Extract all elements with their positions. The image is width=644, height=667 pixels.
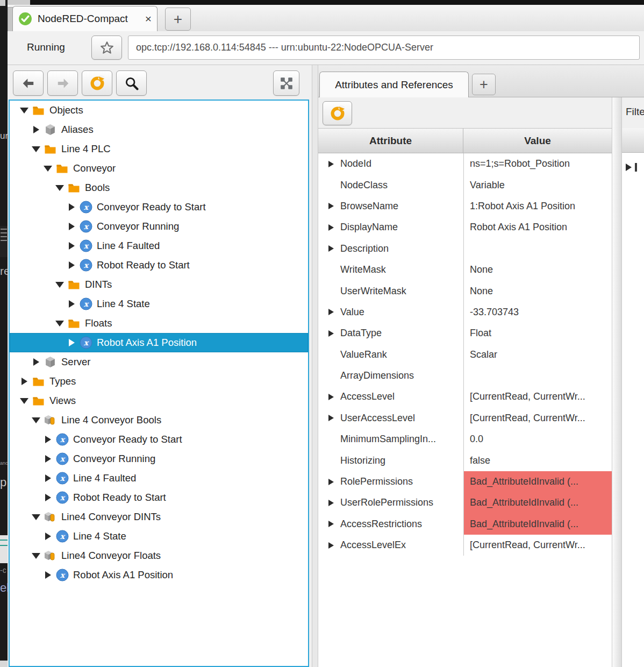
expander-right-icon[interactable] bbox=[29, 126, 43, 133]
attribute-row[interactable]: Historizingfalse bbox=[318, 450, 612, 471]
expander-right-icon[interactable] bbox=[17, 378, 31, 385]
expander-down-icon[interactable] bbox=[17, 108, 31, 113]
bookmark-button[interactable] bbox=[91, 36, 122, 60]
attribute-row[interactable]: AccessLevel[CurrentRead, CurrentWr... bbox=[318, 386, 612, 407]
expander-right-icon[interactable] bbox=[65, 261, 78, 269]
expander-right-icon[interactable] bbox=[29, 358, 43, 366]
expander-down-icon[interactable] bbox=[17, 398, 31, 404]
pane-splitter[interactable] bbox=[312, 65, 318, 667]
expander-down-icon[interactable] bbox=[53, 185, 67, 191]
tree-item[interactable]: Conveyor bbox=[10, 159, 308, 178]
tree-item[interactable]: Line 4 Conveyor Bools bbox=[10, 410, 308, 430]
tree-item[interactable]: xRobot Axis A1 Position bbox=[10, 333, 308, 352]
column-header-attribute[interactable]: Attribute bbox=[318, 129, 463, 153]
expander-right-icon[interactable] bbox=[65, 339, 78, 346]
expander-down-icon[interactable] bbox=[53, 282, 67, 288]
tree-item[interactable]: Line 4 PLC bbox=[10, 139, 308, 159]
expander-right-icon[interactable] bbox=[325, 521, 338, 527]
expander-right-icon[interactable] bbox=[325, 479, 338, 485]
attribute-row[interactable]: DataTypeFloat bbox=[318, 323, 612, 344]
column-header-value[interactable]: Value bbox=[463, 129, 612, 153]
expander-right-icon[interactable] bbox=[41, 494, 55, 501]
expander-down-icon[interactable] bbox=[29, 553, 43, 559]
attribute-row[interactable]: NodeIdns=1;s=Robot_Position bbox=[318, 153, 612, 174]
attribute-row[interactable]: AccessLevelEx[CurrentRead, CurrentWr... bbox=[318, 535, 612, 556]
attribute-row[interactable]: BrowseName1:Robot Axis A1 Position bbox=[318, 196, 612, 217]
expander-right-icon[interactable] bbox=[325, 309, 338, 315]
attribute-row[interactable]: WriteMaskNone bbox=[318, 259, 612, 280]
attribute-row[interactable]: NodeClassVariable bbox=[318, 174, 612, 195]
tree-item[interactable]: xLine 4 State bbox=[10, 294, 308, 314]
expander-right-icon[interactable] bbox=[65, 203, 78, 211]
expander-right-icon[interactable] bbox=[325, 203, 338, 209]
expander-right-icon[interactable] bbox=[325, 330, 338, 337]
expander-right-icon[interactable] bbox=[65, 223, 78, 230]
tree-item[interactable]: Objects bbox=[10, 101, 308, 120]
tree-item[interactable]: xConveyor Running bbox=[10, 449, 308, 469]
back-button[interactable] bbox=[13, 70, 44, 96]
attribute-row[interactable]: AccessRestrictionsBad_AttributeIdInvalid… bbox=[318, 514, 612, 535]
attribute-row[interactable]: DisplayNameRobot Axis A1 Position bbox=[318, 217, 612, 238]
tree-item[interactable]: Server bbox=[10, 352, 308, 372]
tab-close-icon[interactable]: × bbox=[145, 12, 152, 25]
expander-right-icon[interactable] bbox=[325, 245, 338, 252]
expander-down-icon[interactable] bbox=[29, 417, 43, 423]
expander-right-icon[interactable] bbox=[325, 224, 338, 231]
tree-item[interactable]: Line4 Conveyor Floats bbox=[10, 546, 308, 565]
new-tab-button[interactable]: + bbox=[165, 8, 191, 31]
tree-item[interactable]: xLine 4 Faulted bbox=[10, 236, 308, 256]
tree-item[interactable]: xLine 4 State bbox=[10, 527, 308, 546]
attribute-row[interactable]: UserRolePermissionsBad_AttributeIdInvali… bbox=[318, 492, 612, 513]
attribute-row[interactable]: ArrayDimensions bbox=[318, 365, 612, 386]
attributes-refresh-button[interactable] bbox=[323, 101, 352, 125]
tree-item[interactable]: Bools bbox=[10, 178, 308, 197]
server-address-field[interactable] bbox=[128, 36, 640, 60]
tree-item[interactable]: Types bbox=[10, 372, 308, 391]
forward-button[interactable] bbox=[47, 70, 78, 96]
tree-item[interactable]: xConveyor Ready to Start bbox=[10, 430, 308, 449]
tree-item[interactable]: Floats bbox=[10, 314, 308, 333]
attribute-row[interactable]: Value-33.703743 bbox=[318, 302, 612, 323]
attributes-new-tab-button[interactable]: + bbox=[472, 74, 496, 95]
expander-right-icon[interactable] bbox=[41, 455, 55, 463]
tree-item[interactable]: xRobot Axis A1 Position bbox=[10, 565, 308, 585]
expander-down-icon[interactable] bbox=[29, 514, 43, 520]
graph-view-button[interactable] bbox=[273, 70, 299, 96]
expander-right-icon[interactable] bbox=[325, 394, 338, 400]
attribute-row[interactable]: MinimumSamplingIn...0.0 bbox=[318, 429, 612, 450]
expander-right-icon[interactable] bbox=[325, 161, 338, 167]
expander-right-icon[interactable] bbox=[41, 474, 55, 482]
tab-connection[interactable]: NodeRED-Compact × bbox=[12, 6, 158, 31]
vertical-scrollbar[interactable] bbox=[612, 97, 622, 667]
expander-right-icon[interactable] bbox=[325, 542, 338, 549]
attribute-row[interactable]: RolePermissionsBad_AttributeIdInvalid (.… bbox=[318, 471, 612, 492]
expander-right-icon[interactable] bbox=[41, 533, 55, 540]
tree-item[interactable]: xConveyor Ready to Start bbox=[10, 197, 308, 217]
expander-down-icon[interactable] bbox=[41, 166, 55, 172]
expander-right-icon[interactable] bbox=[325, 500, 338, 506]
attribute-row[interactable]: UserAccessLevel[CurrentRead, CurrentWr..… bbox=[318, 408, 612, 429]
tree-item[interactable]: xConveyor Running bbox=[10, 217, 308, 236]
expander-down-icon[interactable] bbox=[53, 321, 67, 327]
attribute-row[interactable]: ValueRankScalar bbox=[318, 344, 612, 365]
tree-item[interactable]: Aliases bbox=[10, 120, 308, 139]
expander-right-icon[interactable] bbox=[41, 571, 55, 579]
tree-item[interactable]: DINTs bbox=[10, 275, 308, 294]
tab-attributes-and-references[interactable]: Attributes and References bbox=[319, 72, 469, 97]
refresh-button[interactable] bbox=[82, 70, 112, 96]
expander-right-icon[interactable] bbox=[41, 436, 55, 443]
expander-down-icon[interactable] bbox=[29, 146, 43, 152]
tree-item[interactable]: Views bbox=[10, 391, 308, 410]
expander-right-icon[interactable] bbox=[65, 300, 78, 308]
tree-item[interactable]: xRobot Ready to Start bbox=[10, 488, 308, 507]
tree-item[interactable]: xRobot Ready to Start bbox=[10, 256, 308, 275]
search-button[interactable] bbox=[116, 70, 147, 96]
tree-item[interactable]: Line4 Conveyor DINTs bbox=[10, 507, 308, 527]
attribute-row[interactable]: UserWriteMaskNone bbox=[318, 280, 612, 301]
expander-right-icon[interactable] bbox=[622, 164, 635, 171]
expander-right-icon[interactable] bbox=[325, 415, 338, 421]
expander-right-icon[interactable] bbox=[65, 242, 78, 250]
attribute-row[interactable]: Description bbox=[318, 238, 612, 259]
references-row-clipped[interactable] bbox=[622, 158, 644, 177]
tree-item[interactable]: xLine 4 Faulted bbox=[10, 469, 308, 488]
